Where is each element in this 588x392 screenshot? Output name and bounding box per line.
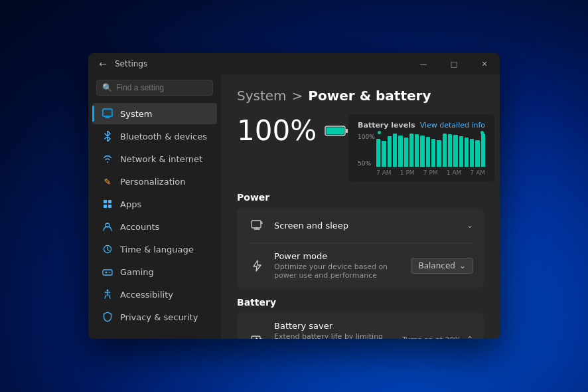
system-icon <box>102 108 113 120</box>
x-label-3: 1 AM <box>447 169 462 176</box>
sidebar-item-privacy-label: Privacy & security <box>120 312 198 322</box>
battery-saver-action: Turns on at 20% ⌃ <box>402 335 473 339</box>
sidebar-item-apps[interactable]: Apps <box>92 193 217 215</box>
breadcrumb-parent: System <box>237 88 287 104</box>
sidebar: 🔍 System Bluetooth & devi <box>88 74 221 339</box>
accounts-icon <box>102 221 113 233</box>
apps-icon <box>102 198 113 210</box>
minimize-button[interactable]: — <box>408 53 439 74</box>
chart-bars <box>376 134 485 167</box>
sidebar-item-accessibility[interactable]: Accessibility <box>92 284 217 305</box>
chart-labels: 7 AM 1 PM 7 PM 1 AM 7 AM <box>376 169 485 176</box>
sidebar-item-network[interactable]: Network & internet <box>92 148 217 169</box>
search-input[interactable] <box>116 83 207 92</box>
chart-bar <box>465 138 469 167</box>
page-header: System > Power & battery <box>237 88 484 104</box>
personalization-icon: ✎ <box>102 175 113 187</box>
sidebar-item-apps-label: Apps <box>120 199 141 209</box>
sidebar-item-personalization[interactable]: ✎ Personalization <box>92 171 217 192</box>
search-icon: 🔍 <box>102 83 112 92</box>
chart-dots <box>376 131 485 134</box>
maximize-button[interactable]: □ <box>439 53 469 74</box>
chart-bar <box>393 134 397 167</box>
sidebar-item-privacy[interactable]: Privacy & security <box>92 306 217 328</box>
titlebar-controls: — □ ✕ <box>408 53 500 74</box>
bluetooth-icon <box>102 130 113 142</box>
svg-rect-4 <box>108 205 111 208</box>
svg-rect-12 <box>252 221 261 228</box>
svg-rect-11 <box>327 127 344 134</box>
titlebar-title: Settings <box>115 59 147 68</box>
battery-section-header: Battery <box>237 297 484 308</box>
sidebar-item-system[interactable]: System <box>92 103 217 124</box>
power-mode-row[interactable]: Power mode Optimize your device based on… <box>237 243 484 288</box>
chart-bar <box>420 136 424 167</box>
close-button[interactable]: ✕ <box>469 53 500 74</box>
sidebar-item-time[interactable]: Time & language <box>92 239 217 260</box>
sidebar-item-accessibility-label: Accessibility <box>120 290 173 300</box>
svg-rect-10 <box>346 129 348 133</box>
sidebar-item-accounts[interactable]: Accounts <box>92 216 217 237</box>
battery-settings-card: Battery saver Extend battery life by lim… <box>237 313 484 339</box>
svg-rect-3 <box>104 205 107 208</box>
sidebar-item-gaming[interactable]: Gaming <box>92 261 217 282</box>
sidebar-item-personalization-label: Personalization <box>120 177 186 187</box>
x-label-1: 1 PM <box>400 169 415 176</box>
dropdown-chevron: ⌄ <box>459 261 466 270</box>
search-box[interactable]: 🔍 <box>96 80 213 96</box>
battery-chart: Battery levels View detailed info 100% 5… <box>348 114 494 181</box>
chart-bar <box>470 139 474 167</box>
dot-left <box>378 131 381 134</box>
power-mode-action: Balanced ⌄ <box>411 258 473 274</box>
dot-right <box>480 131 484 134</box>
power-mode-value: Balanced <box>418 261 455 270</box>
screen-sleep-content: Screen and sleep <box>274 221 467 231</box>
x-label-4: 7 AM <box>471 169 486 176</box>
chart-bar <box>398 136 402 167</box>
chart-bar <box>443 134 447 167</box>
time-icon <box>102 243 113 255</box>
titlebar: ← Settings — □ ✕ <box>88 53 500 74</box>
chart-bar <box>431 139 435 167</box>
power-mode-content: Power mode Optimize your device based on… <box>274 251 411 280</box>
chart-bar <box>376 139 380 167</box>
back-button[interactable]: ← <box>96 58 110 69</box>
chart-title: Battery levels <box>358 121 415 130</box>
chart-bar <box>481 134 485 167</box>
svg-point-8 <box>107 290 109 292</box>
battery-icon <box>325 124 348 138</box>
battery-saver-row[interactable]: Battery saver Extend battery life by lim… <box>237 313 484 339</box>
battery-saver-chevron: ⌃ <box>467 335 473 339</box>
sidebar-item-accounts-label: Accounts <box>120 222 159 232</box>
chart-bar <box>382 141 386 167</box>
sidebar-item-system-label: System <box>120 109 152 119</box>
svg-rect-2 <box>108 200 111 203</box>
main-panel: System > Power & battery 100% <box>221 74 500 339</box>
battery-icon-container <box>325 124 348 138</box>
battery-saver-content: Battery saver Extend battery life by lim… <box>274 321 402 339</box>
power-settings-card: Screen and sleep ⌄ Power mode <box>237 208 484 288</box>
chart-bar <box>459 136 463 167</box>
y-label-50: 50% <box>358 160 375 167</box>
chart-bar <box>437 140 441 167</box>
screen-sleep-row[interactable]: Screen and sleep ⌄ <box>237 208 484 243</box>
svg-rect-0 <box>103 109 112 116</box>
screen-sleep-action: ⌄ <box>467 221 473 230</box>
power-mode-dropdown[interactable]: Balanced ⌄ <box>411 258 473 274</box>
battery-saver-title: Battery saver <box>274 321 402 331</box>
power-mode-title: Power mode <box>274 251 411 261</box>
battery-overview: 100% Battery levels View detailed info <box>237 114 484 181</box>
x-label-2: 7 PM <box>423 169 438 176</box>
sidebar-item-gaming-label: Gaming <box>120 267 154 277</box>
svg-rect-7 <box>103 270 112 275</box>
power-mode-subtitle: Optimize your device based on power use … <box>274 262 411 280</box>
chart-link[interactable]: View detailed info <box>420 121 485 130</box>
sidebar-item-bluetooth[interactable]: Bluetooth & devices <box>92 126 217 147</box>
turns-on-label: Turns on at 20% <box>402 336 461 340</box>
sidebar-item-network-label: Network & internet <box>120 154 202 164</box>
gaming-icon <box>102 266 113 278</box>
content-area: 🔍 System Bluetooth & devi <box>88 74 500 339</box>
chart-bar <box>475 140 479 167</box>
power-mode-icon <box>248 256 266 275</box>
x-label-0: 7 AM <box>376 169 392 176</box>
